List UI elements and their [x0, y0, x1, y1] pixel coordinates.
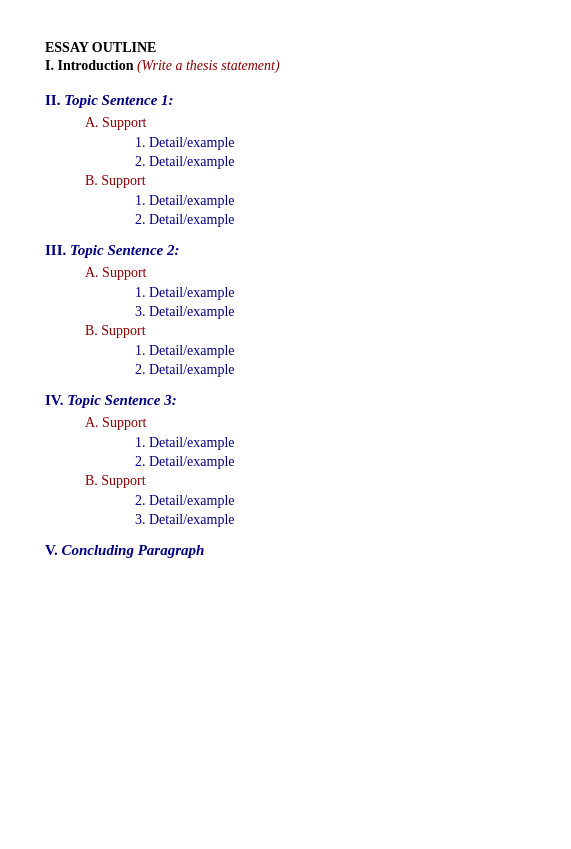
detail-item: 2. Detail/example	[135, 212, 526, 228]
intro-label: I. Introduction	[45, 58, 133, 73]
outline-section: IV. Topic Sentence 3:A. Support1. Detail…	[45, 392, 526, 528]
detail-item: 3. Detail/example	[135, 304, 526, 320]
detail-item: 2. Detail/example	[135, 362, 526, 378]
detail-item: 1. Detail/example	[135, 435, 526, 451]
support-item: B. Support	[85, 473, 526, 489]
conclusion-numeral: V.	[45, 542, 58, 558]
conclusion-text: Concluding Paragraph	[61, 542, 204, 558]
section-heading: IV. Topic Sentence 3:	[45, 392, 526, 409]
detail-item: 1. Detail/example	[135, 285, 526, 301]
page-title: ESSAY OUTLINE	[45, 40, 526, 56]
support-item: A. Support	[85, 265, 526, 281]
section-heading: III. Topic Sentence 2:	[45, 242, 526, 259]
section-heading: II. Topic Sentence 1:	[45, 92, 526, 109]
support-item: A. Support	[85, 115, 526, 131]
detail-item: 2. Detail/example	[135, 454, 526, 470]
support-item: B. Support	[85, 173, 526, 189]
detail-item: 1. Detail/example	[135, 193, 526, 209]
detail-item: 3. Detail/example	[135, 512, 526, 528]
support-item: A. Support	[85, 415, 526, 431]
outline-section: II. Topic Sentence 1:A. Support1. Detail…	[45, 92, 526, 228]
detail-item: 2. Detail/example	[135, 493, 526, 509]
concluding-paragraph: V. Concluding Paragraph	[45, 542, 526, 559]
outline-section: III. Topic Sentence 2:A. Support1. Detai…	[45, 242, 526, 378]
support-item: B. Support	[85, 323, 526, 339]
detail-item: 2. Detail/example	[135, 154, 526, 170]
outline-body: II. Topic Sentence 1:A. Support1. Detail…	[45, 92, 526, 528]
intro-line: I. Introduction (Write a thesis statemen…	[45, 58, 526, 74]
detail-item: 1. Detail/example	[135, 135, 526, 151]
intro-italic: (Write a thesis statement)	[137, 58, 280, 73]
detail-item: 1. Detail/example	[135, 343, 526, 359]
